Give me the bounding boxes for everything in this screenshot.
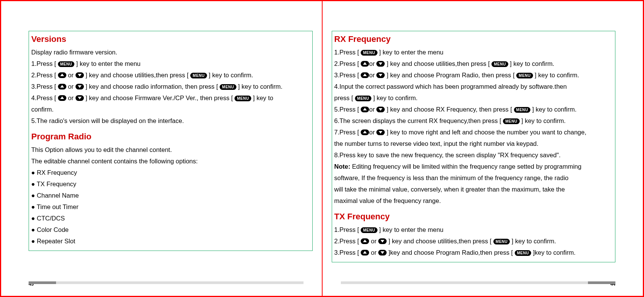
right-page: RX Frequency 1.Press [ MENU ] key to ent…	[322, 1, 644, 296]
up-arrow-icon	[58, 84, 66, 89]
program-radio-title: Program Radio	[31, 132, 310, 142]
spacer	[334, 206, 613, 210]
left-panel: Versions Display radio firmware version.…	[29, 31, 313, 251]
text: ] key to move right and left and choose …	[385, 129, 586, 136]
text: or	[66, 83, 75, 90]
footer-bar-right	[341, 281, 616, 286]
text: or	[369, 129, 376, 136]
tx-step-1: 1.Press [ MENU ] key to enter the menu	[334, 224, 613, 235]
text: 1.Press [	[334, 226, 361, 233]
text: ] key and choose Program Radio, then pre…	[385, 72, 516, 78]
program-intro-1: This Option allows you to edit the chann…	[31, 144, 310, 155]
bullet-ctc-dcs: CTC/DCS	[31, 212, 310, 224]
rx-step-2: 2.Press [ or ] key and choose utilities,…	[334, 58, 613, 69]
text: ] key and choose utilities,then press [	[387, 238, 493, 244]
bullet-color-code: Color Code	[31, 224, 310, 235]
text: or	[66, 72, 75, 78]
rx-note-3: will take the minimal value, conversely,…	[334, 184, 613, 195]
footer-gradient	[341, 281, 616, 284]
text: ] key and choose radio information, then…	[84, 83, 220, 90]
text: ] key and choose utilities,then press [	[385, 60, 491, 67]
text: ] key to confirm.	[508, 60, 554, 67]
menu-key-icon: MENU	[361, 50, 377, 56]
rx-step-4b: press [ MENU ] key to confirm.	[334, 92, 613, 104]
text: press [	[334, 94, 355, 101]
menu-key-icon: MENU	[355, 96, 371, 101]
right-panel: RX Frequency 1.Press [ MENU ] key to ent…	[332, 31, 616, 262]
text: or	[369, 72, 376, 78]
rx-step-6: 6.The screen displays the current RX fre…	[334, 115, 613, 126]
text: ] key to enter the menu	[74, 60, 140, 67]
up-arrow-icon	[361, 107, 369, 112]
menu-key-icon: MENU	[514, 107, 530, 113]
text: 3.Press [	[334, 72, 361, 78]
text: 6.The screen displays the current RX fre…	[334, 117, 503, 124]
bullet-repeater-slot: Repeater Slot	[31, 235, 310, 247]
up-arrow-icon	[58, 72, 66, 78]
up-arrow-icon	[361, 129, 369, 135]
rx-step-7a: 7.Press [ or ] key to move right and lef…	[334, 126, 613, 138]
bullet-tx: TX Frequency	[31, 178, 310, 190]
menu-key-icon: MENU	[234, 96, 251, 101]
menu-key-icon: MENU	[190, 73, 207, 78]
tx-frequency-title: TX Frequency	[334, 212, 613, 222]
down-arrow-icon	[75, 84, 84, 89]
menu-key-icon: MENU	[516, 73, 533, 78]
text: ] key and choose RX Frequency, then pres…	[385, 106, 514, 113]
menu-key-icon: MENU	[220, 84, 236, 90]
text: ] key to	[251, 94, 273, 101]
text: or	[369, 106, 376, 113]
text: or	[66, 94, 75, 101]
versions-intro: Display radio firmware version.	[31, 46, 310, 58]
program-intro-2: The editable channel content contains th…	[31, 155, 310, 167]
tx-step-3: 3.Press [ or ]key and choose Program Rad…	[334, 247, 613, 258]
rx-frequency-title: RX Frequency	[334, 34, 613, 44]
versions-step-5: 5.The radio's version will be displayed …	[31, 115, 310, 126]
text: 2.Press [	[31, 72, 58, 78]
rx-note-4: maximal value of the frequency range.	[334, 195, 613, 206]
text: ]key and choose Program Radio,then press…	[387, 249, 515, 256]
versions-step-4a: 4.Press [ or ] key and choose Firmware V…	[31, 92, 310, 104]
text: ] key to confirm.	[530, 106, 577, 113]
footer-gradient	[29, 281, 304, 284]
versions-step-1: 1.Press [ MENU ] key to enter the menu	[31, 58, 310, 69]
text: ] key to confirm.	[520, 117, 566, 124]
down-arrow-icon	[75, 95, 84, 101]
rx-step-8: 8.Press key to save the new frequency, t…	[334, 149, 613, 161]
text: ] key and choose Firmware Ver./CP Ver., …	[84, 94, 235, 101]
document-spread: Versions Display radio firmware version.…	[0, 0, 644, 297]
text: or	[369, 238, 378, 244]
text: ] key and choose utilities,then press [	[84, 72, 191, 78]
menu-key-icon: MENU	[361, 227, 377, 233]
bullet-timeout: Time out Timer	[31, 201, 310, 212]
bullet-channel-name: Channel Name	[31, 190, 310, 201]
text: ]key to confirm.	[531, 249, 575, 256]
text: 1.Press [	[31, 60, 58, 67]
menu-key-icon: MENU	[493, 239, 510, 244]
menu-key-icon: MENU	[58, 61, 74, 67]
text: ] key to confirm.	[371, 94, 418, 101]
text: ] key to enter the menu	[377, 49, 443, 56]
rx-step-4a: 4.Input the correct password which has b…	[334, 81, 613, 92]
rx-note-1: Note: Editing frequency will be limited …	[334, 161, 613, 172]
up-arrow-icon	[361, 238, 369, 244]
up-arrow-icon	[361, 61, 369, 67]
rx-step-1: 1.Press [ MENU ] key to enter the menu	[334, 46, 613, 58]
text: or	[369, 60, 376, 67]
rx-note-2: software, If the frequency is less than …	[334, 172, 613, 184]
text: 3.Press [	[334, 249, 361, 256]
menu-key-icon: MENU	[503, 118, 519, 124]
footer-bar-left	[29, 281, 304, 286]
bullet-rx: RX Frequency	[31, 167, 310, 178]
down-arrow-icon	[376, 129, 385, 135]
menu-key-icon: MENU	[515, 250, 531, 256]
versions-step-4b: confirm.	[31, 104, 310, 115]
up-arrow-icon	[361, 72, 369, 78]
text: 2.Press [	[334, 60, 361, 67]
down-arrow-icon	[378, 238, 387, 244]
versions-step-3: 3.Press [ or ] key and choose radio info…	[31, 81, 310, 92]
rx-step-3: 3.Press [ or ] key and choose Program Ra…	[334, 69, 613, 81]
down-arrow-icon	[378, 250, 387, 255]
versions-step-2: 2.Press [ or ] key and choose utilities,…	[31, 69, 310, 81]
down-arrow-icon	[376, 107, 385, 112]
